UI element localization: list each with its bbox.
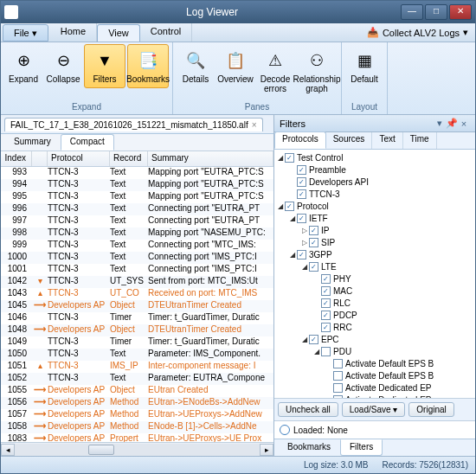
checkbox[interactable]	[321, 286, 331, 296]
checkbox[interactable]	[297, 214, 306, 223]
tree-node[interactable]: Protocol	[276, 200, 473, 212]
bottom-tab-bookmarks[interactable]: Bookmarks	[278, 439, 340, 456]
tree-node[interactable]: TTCN-3	[276, 188, 473, 200]
table-row[interactable]: 1083⟶Developers APPropertEUtran->UEProxy…	[1, 433, 273, 442]
table-row[interactable]: 1046TTCN-3TimerTimer: t_GuardTimer, Dura…	[1, 312, 273, 324]
maximize-button[interactable]: □	[425, 4, 447, 20]
pane-pin-icon[interactable]: 📌	[446, 118, 458, 129]
table-row[interactable]: 994TTCN-3TextMapping port "EUTRA_PTC:S	[1, 179, 273, 191]
col-index[interactable]: Index	[1, 151, 32, 166]
close-tab-icon[interactable]: ×	[252, 120, 257, 130]
scroll-thumb[interactable]	[88, 445, 114, 455]
relationship-graph-button[interactable]: ⚇Relationship graph	[296, 44, 338, 98]
checkbox[interactable]	[285, 153, 294, 163]
checkbox[interactable]	[321, 274, 331, 284]
table-row[interactable]: 1051▴TTCN-3IMS_IPInter-component message…	[1, 361, 273, 373]
table-row[interactable]: 998TTCN-3TextMapping port "NASEMU_PTC:	[1, 227, 273, 240]
default-layout-button[interactable]: ▦Default	[345, 44, 383, 88]
col-summary[interactable]: Summary	[148, 151, 273, 166]
checkbox[interactable]	[321, 311, 331, 320]
filter-tab-time[interactable]: Time	[403, 132, 437, 149]
tree-node[interactable]: LTE	[276, 260, 473, 272]
menu-view[interactable]: View	[97, 24, 140, 42]
bookmarks-button[interactable]: 📑Bookmarks	[127, 44, 169, 88]
tab-summary[interactable]: Summary	[4, 134, 61, 151]
tab-compact[interactable]: Compact	[61, 134, 114, 151]
checkbox[interactable]	[297, 189, 306, 199]
filters-button[interactable]: ▼Filters	[84, 44, 125, 88]
col-mark[interactable]	[32, 151, 48, 166]
original-button[interactable]: Original	[408, 402, 453, 417]
filter-tab-sources[interactable]: Sources	[326, 132, 373, 149]
collapse-button[interactable]: ⊖Collapse	[44, 44, 82, 88]
tree-node[interactable]: SIP	[276, 236, 473, 248]
table-row[interactable]: 999TTCN-3TextConnecting port "MTC_IMS:	[1, 240, 273, 252]
checkbox[interactable]	[297, 177, 306, 187]
tree-node[interactable]: RRC	[276, 321, 473, 333]
checkbox[interactable]	[333, 383, 343, 393]
checkbox[interactable]	[321, 323, 331, 332]
table-row[interactable]: 1049TTCN-3TimerTimer: t_GuardTimer, Dura…	[1, 336, 273, 349]
tree-node[interactable]: Developers API	[276, 176, 473, 188]
refresh-icon[interactable]	[280, 425, 290, 435]
checkbox[interactable]	[321, 298, 331, 308]
menu-control[interactable]: Control	[140, 23, 192, 42]
table-row[interactable]: 1045⟶Developers APObjectDTEUtranTimer Cr…	[1, 300, 273, 312]
load-save-button[interactable]: Load/Save ▾	[342, 402, 406, 417]
table-row[interactable]: 1001TTCN-3TextConnecting port "IMS_PTC:I	[1, 264, 273, 276]
tree-node[interactable]: PHY	[276, 272, 473, 285]
checkbox[interactable]	[309, 226, 318, 235]
tree-node[interactable]: Activate Dedicated EP	[276, 381, 473, 394]
scroll-right-button[interactable]: ▸	[260, 444, 273, 456]
table-row[interactable]: 1043▴TTCN-3UT_COReceived on port: MTC_IM…	[1, 288, 273, 300]
collect-logs-button[interactable]: 📥 Collect ALV2 Logs ▾	[360, 23, 475, 42]
tree-node[interactable]: Activate Default EPS B	[276, 369, 473, 381]
col-record[interactable]: Record	[110, 151, 148, 166]
checkbox[interactable]	[285, 202, 294, 211]
table-row[interactable]: 995TTCN-3TextMapping port "EUTRA_PTC:S	[1, 191, 273, 203]
table-row[interactable]: 993TTCN-3TextMapping port "EUTRA_PTC:S	[1, 167, 273, 179]
filter-tab-text[interactable]: Text	[372, 132, 402, 149]
log-grid[interactable]: Index Protocol Record Summary 993TTCN-3T…	[1, 151, 273, 442]
table-row[interactable]: 1055⟶Developers APObjectEUtran Created	[1, 385, 273, 397]
checkbox[interactable]	[333, 359, 343, 368]
tree-node[interactable]: IP	[276, 224, 473, 236]
table-row[interactable]: 1058⟶Developers APMethodENode-B [1]->Cel…	[1, 421, 273, 433]
filter-tree[interactable]: Test ControlPreambleDevelopers APITTCN-3…	[274, 150, 475, 398]
table-row[interactable]: 996TTCN-3TextConnecting port "EUTRA_PT	[1, 203, 273, 215]
checkbox[interactable]	[309, 262, 318, 272]
checkbox[interactable]	[309, 335, 318, 344]
table-row[interactable]: 1000TTCN-3TextConnecting port "IMS_PTC:I	[1, 252, 273, 264]
tree-node[interactable]: Test Control	[276, 151, 473, 163]
tree-node[interactable]: PDU	[276, 345, 473, 357]
checkbox[interactable]	[321, 347, 331, 356]
table-row[interactable]: 1052TTCN-3TextParameter: EUTRA_Compone	[1, 373, 273, 385]
expand-button[interactable]: ⊕Expand	[4, 44, 42, 88]
filter-tab-protocols[interactable]: Protocols	[274, 131, 326, 149]
tree-node[interactable]: Preamble	[276, 163, 473, 176]
pane-menu-icon[interactable]: ▾	[434, 118, 446, 129]
overview-button[interactable]: 📋Overview	[216, 44, 254, 88]
scroll-left-button[interactable]: ◂	[1, 444, 15, 456]
table-row[interactable]: 1056⟶Developers APMethodEUtran->ENodeBs-…	[1, 397, 273, 409]
tree-node[interactable]: RLC	[276, 297, 473, 309]
checkbox[interactable]	[333, 371, 343, 381]
menu-home[interactable]: Home	[50, 23, 97, 42]
col-protocol[interactable]: Protocol	[48, 151, 110, 166]
table-row[interactable]: 1048⟶Developers APObjectDTEUtranTimer Cr…	[1, 324, 273, 336]
checkbox[interactable]	[309, 238, 318, 247]
tree-node[interactable]: PDCP	[276, 309, 473, 321]
table-row[interactable]: 997TTCN-3TextConnecting port "EUTRA_PT	[1, 215, 273, 227]
table-row[interactable]: 1042▾TTCN-3UT_SYSSent from port: MTC_IMS…	[1, 276, 273, 288]
pane-close-icon[interactable]: ×	[458, 118, 470, 129]
tree-node[interactable]: IETF	[276, 212, 473, 224]
tree-node[interactable]: EPC	[276, 333, 473, 345]
uncheck-all-button[interactable]: Uncheck all	[278, 402, 338, 417]
decode-errors-button[interactable]: ⚠Decode errors	[256, 44, 294, 98]
file-tab[interactable]: FAIL_TC_17_1_E38_20161026_151221_mismatc…	[4, 118, 263, 131]
tree-node[interactable]: 3GPP	[276, 248, 473, 260]
tree-node[interactable]: Activate Default EPS B	[276, 357, 473, 369]
table-row[interactable]: 1057⟶Developers APMethodEUtran->UEProxys…	[1, 409, 273, 421]
checkbox[interactable]	[297, 165, 306, 175]
table-row[interactable]: 1050TTCN-3TextParameter: IMS_Component.	[1, 349, 273, 361]
